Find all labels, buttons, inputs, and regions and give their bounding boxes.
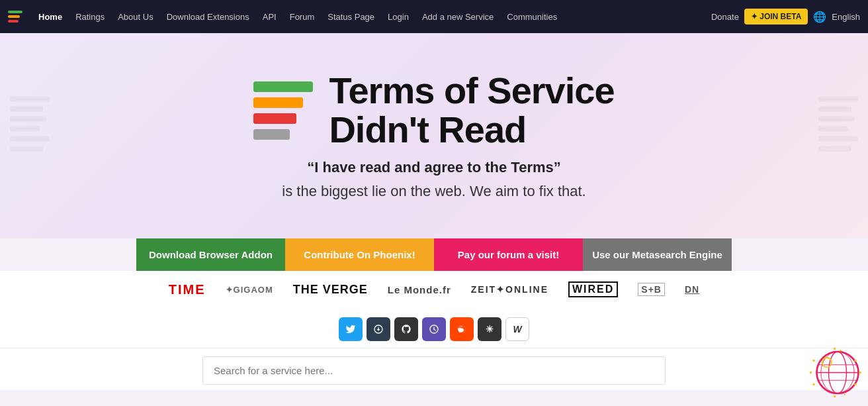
hero-tagline: is the biggest lie on the web. We aim to… bbox=[282, 183, 586, 200]
nav-item-ratings[interactable]: Ratings bbox=[69, 0, 111, 33]
nav-item-login[interactable]: Login bbox=[381, 0, 415, 33]
download-addon-button[interactable]: Download Browser Addon bbox=[136, 238, 285, 271]
wikipedia-button[interactable]: W bbox=[505, 317, 529, 341]
language-label[interactable]: English bbox=[832, 12, 860, 22]
donate-link[interactable]: Donate bbox=[711, 12, 739, 22]
nav-item-extensions[interactable]: Download Extensions bbox=[160, 0, 256, 33]
mastodon-button[interactable] bbox=[422, 317, 446, 341]
svg-rect-11 bbox=[818, 146, 851, 152]
press-wired: WIRED bbox=[568, 281, 618, 297]
press-section: TIME ✦GIGAOM THE VERGE Le Monde.fr ZEIT✦… bbox=[0, 271, 868, 390]
svg-rect-0 bbox=[10, 97, 50, 102]
search-input[interactable] bbox=[202, 356, 666, 385]
social-links: ✳ W bbox=[0, 308, 868, 348]
tos-logo bbox=[253, 81, 313, 140]
watermark-left bbox=[7, 90, 53, 182]
svg-rect-3 bbox=[10, 127, 40, 132]
nav-items: Home Ratings About Us Download Extension… bbox=[32, 0, 711, 33]
hero-title-text: Terms of Service Didn't Read bbox=[329, 72, 614, 150]
search-section bbox=[0, 348, 868, 390]
nav-right: Donate ✦ JOIN BETA 🌐 English bbox=[711, 9, 860, 25]
press-verge: THE VERGE bbox=[293, 283, 368, 297]
press-logos: TIME ✦GIGAOM THE VERGE Le Monde.fr ZEIT✦… bbox=[0, 271, 868, 308]
hero-title: Terms of Service Didn't Read bbox=[329, 72, 614, 150]
hero-section: Terms of Service Didn't Read “I have rea… bbox=[0, 33, 868, 238]
join-beta-button[interactable]: ✦ JOIN BETA bbox=[744, 9, 808, 25]
svg-rect-6 bbox=[818, 97, 858, 102]
archive-button[interactable] bbox=[367, 317, 390, 341]
press-gigaom: ✦GIGAOM bbox=[226, 285, 273, 295]
hero-content: Terms of Service Didn't Read “I have rea… bbox=[253, 72, 614, 200]
watermark-right bbox=[815, 90, 861, 182]
navbar: Home Ratings About Us Download Extension… bbox=[0, 0, 868, 33]
twitter-button[interactable] bbox=[339, 317, 363, 341]
svg-rect-9 bbox=[818, 127, 848, 132]
svg-rect-10 bbox=[818, 136, 858, 142]
svg-rect-8 bbox=[818, 117, 855, 122]
diaspora-button[interactable]: ✳ bbox=[478, 317, 501, 341]
press-dn: DN bbox=[685, 284, 699, 295]
language-flag-icon[interactable]: 🌐 bbox=[813, 11, 826, 23]
nav-item-status[interactable]: Status Page bbox=[321, 0, 381, 33]
nav-item-home[interactable]: Home bbox=[32, 0, 69, 33]
press-lemonde: Le Monde.fr bbox=[388, 284, 451, 295]
press-time: TIME bbox=[169, 282, 206, 297]
visit-forum-button[interactable]: Pay our forum a visit! bbox=[434, 238, 583, 271]
press-sb: S+B bbox=[638, 283, 665, 296]
svg-rect-4 bbox=[10, 136, 50, 142]
hero-subtitle: “I have read and agree to the Terms” bbox=[307, 159, 561, 176]
metasearch-button[interactable]: Use our Metasearch Engine bbox=[583, 238, 732, 271]
svg-rect-1 bbox=[10, 107, 43, 112]
svg-rect-2 bbox=[10, 117, 46, 122]
github-button[interactable] bbox=[394, 317, 418, 341]
svg-rect-7 bbox=[818, 107, 851, 112]
nav-item-forum[interactable]: Forum bbox=[283, 0, 322, 33]
nav-item-communities[interactable]: Communities bbox=[500, 0, 564, 33]
nav-item-about[interactable]: About Us bbox=[111, 0, 159, 33]
press-zeit: ZEIT✦ONLINE bbox=[471, 284, 548, 295]
site-logo[interactable] bbox=[8, 11, 22, 23]
reddit-button[interactable] bbox=[450, 317, 474, 341]
hero-title-row: Terms of Service Didn't Read bbox=[253, 72, 614, 150]
nav-item-api[interactable]: API bbox=[256, 0, 283, 33]
action-buttons: Download Browser Addon Contribute On Pho… bbox=[136, 238, 732, 271]
contribute-phoenix-button[interactable]: Contribute On Phoenix! bbox=[285, 238, 434, 271]
svg-rect-5 bbox=[10, 146, 43, 152]
nav-item-add-service[interactable]: Add a new Service bbox=[415, 0, 500, 33]
